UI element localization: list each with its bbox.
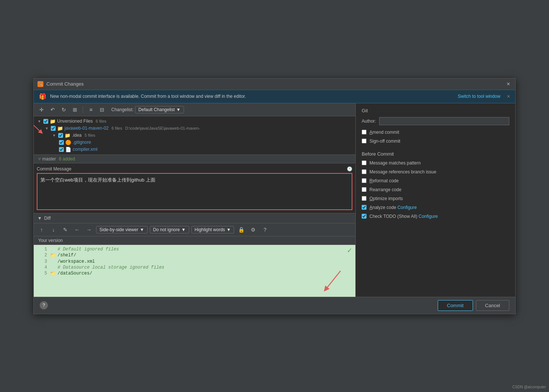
diff-right-button[interactable]: → <box>84 225 94 235</box>
toolbar-separator <box>83 106 83 113</box>
left-panel: ✛ ↶ ↻ ⊞ ≡ ⊟ Changelist: Default Changeli… <box>34 103 356 297</box>
diff-section: ▼ Diff ↑ ↓ ✎ ← → Side-by-side viewer ▼ D… <box>34 213 355 297</box>
undo-button[interactable]: ↶ <box>48 105 57 114</box>
compiler-xml-checkbox[interactable] <box>59 147 64 152</box>
switch-to-tool-window-link[interactable]: Switch to tool window <box>458 94 500 99</box>
diff-line-5: 5 📁 /dataSources/ <box>34 270 355 277</box>
filter-button[interactable]: ⊟ <box>97 105 107 114</box>
analyze-checkbox[interactable] <box>362 205 366 210</box>
todo-configure-link[interactable]: Configure <box>418 214 438 219</box>
watermark: CSDN @aicomputer <box>512 385 546 389</box>
refresh-button[interactable]: ↻ <box>59 105 69 114</box>
commit-message-input[interactable]: 第一个空白web项目，现在开始准备上传到github 上面 <box>37 173 352 210</box>
changelist-dropdown[interactable]: Default Changelist ▼ <box>135 106 184 113</box>
folder-icon: 📁 <box>65 133 70 138</box>
folder-icon: 📁 <box>50 271 56 276</box>
todo-checkbox[interactable] <box>362 214 366 219</box>
help-button[interactable]: ? <box>40 301 48 309</box>
javaweb-checkbox[interactable] <box>51 126 56 131</box>
diff-down-button[interactable]: ↓ <box>49 225 58 235</box>
file-icon: 📄 <box>65 147 71 152</box>
branch-issue-row: Message references branch issue <box>362 169 509 175</box>
app-icon: 🔧 <box>37 81 43 87</box>
tree-item-unversioned[interactable]: ▼ 📁 Unversioned Files 6 files <box>34 118 355 125</box>
analyze-label: Analyze code Configure <box>369 205 417 210</box>
diff-content: 1 # Default ignored files 2 📁 /shelf/ 3 … <box>34 245 355 297</box>
diff-version-label: Your version <box>34 236 355 245</box>
title-bar: 🔧 Commit Changes × <box>34 79 515 90</box>
lock-button[interactable]: 🔒 <box>236 225 246 235</box>
tree-item-meta: 5 files <box>85 133 95 137</box>
highlight-dropdown[interactable]: Highlight words ▼ <box>191 226 234 233</box>
tree-item-gitignore[interactable]: 🟠 .gitignore <box>34 139 355 146</box>
analyze-row: Analyze code Configure <box>362 204 509 211</box>
dialog-title: Commit Changes <box>46 81 502 87</box>
tree-item-label: compiler.xml <box>73 147 98 152</box>
diff-toolbar: ↑ ↓ ✎ ← → Side-by-side viewer ▼ Do not i… <box>34 223 355 236</box>
signoff-commit-checkbox[interactable] <box>362 139 366 143</box>
commit-button[interactable]: Commit <box>438 300 473 311</box>
diff-line-2: 2 📁 /shelf/ <box>34 252 355 259</box>
close-button[interactable]: × <box>505 81 512 87</box>
amend-commit-row: Amend commit <box>362 129 509 136</box>
diff-line-4: 4 # Datasource local storage ignored fil… <box>34 265 355 270</box>
gitignore-checkbox[interactable] <box>59 140 64 145</box>
dropdown-chevron-icon: ▼ <box>227 227 231 232</box>
tree-item-label: .idea <box>72 133 82 138</box>
rearrange-label: Rearrange code <box>369 187 401 192</box>
unversioned-checkbox[interactable] <box>43 119 48 124</box>
tree-item-meta: 6 files <box>112 126 122 130</box>
banner-close-button[interactable]: × <box>507 93 510 99</box>
reformat-checkbox[interactable] <box>362 178 366 183</box>
tree-item-javaweb[interactable]: ▼ 📁 javaweb-01-maven-02 6 files D:\code\… <box>34 125 355 132</box>
idea-checkbox[interactable] <box>58 133 63 138</box>
optimize-checkbox[interactable] <box>362 196 366 201</box>
diff-up-button[interactable]: ↑ <box>37 225 46 235</box>
tree-item-idea[interactable]: ▼ 📁 .idea 5 files <box>34 132 355 139</box>
author-label: Author: <box>362 119 376 124</box>
tree-item-label: javaweb-01-maven-02 <box>65 126 109 131</box>
signoff-commit-label: Sign-off commit <box>369 139 400 144</box>
amend-commit-checkbox[interactable] <box>362 130 366 134</box>
message-pattern-checkbox[interactable] <box>362 160 366 165</box>
diff-collapse-icon: ▼ <box>37 216 42 221</box>
dropdown-chevron-icon: ▼ <box>176 107 181 112</box>
tree-item-meta: 6 files <box>96 119 106 123</box>
branch-name: master <box>42 156 56 162</box>
side-by-side-dropdown[interactable]: Side-by-side viewer ▼ <box>96 226 148 233</box>
info-banner-text: New non-modal commit interface is availa… <box>50 94 454 99</box>
folder-icon: 📁 <box>50 253 56 258</box>
tree-item-compiler-xml[interactable]: 📄 compiler.xml <box>34 146 355 153</box>
move-up-button[interactable]: ✛ <box>37 105 46 114</box>
author-row: Author: <box>362 117 509 125</box>
diff-header[interactable]: ▼ Diff <box>34 213 355 223</box>
highlight-label: Highlight words <box>195 227 225 232</box>
rearrange-checkbox[interactable] <box>362 187 366 192</box>
tree-item-label: Unversioned Files <box>57 119 93 124</box>
cancel-button[interactable]: Cancel <box>476 300 509 311</box>
branch-issue-label: Message references branch issue <box>369 169 436 175</box>
sort-button[interactable]: ≡ <box>86 105 96 114</box>
branch-issue-checkbox[interactable] <box>362 169 366 174</box>
gear-button[interactable]: ⚙ <box>248 225 258 235</box>
todo-label: Check TODO (Show All) Configure <box>369 214 438 219</box>
diff-left-button[interactable]: ← <box>72 225 82 235</box>
commit-message-section: Commit Message 🕐 第一个空白web项目，现在开始准备上传到git… <box>34 163 355 213</box>
diff-edit-button[interactable]: ✎ <box>60 225 70 235</box>
author-input[interactable] <box>379 117 509 125</box>
folder-icon: 📁 <box>50 119 56 124</box>
ignore-dropdown[interactable]: Do not ignore ▼ <box>150 226 189 233</box>
optimize-row: Optimize imports <box>362 195 509 202</box>
clock-icon[interactable]: 🕐 <box>347 166 352 172</box>
rearrange-row: Rearrange code <box>362 186 509 193</box>
info-banner: 🎁 New non-modal commit interface is avai… <box>34 90 515 103</box>
diff-ok-icon: ✓ <box>347 246 352 255</box>
analyze-configure-link[interactable]: Configure <box>397 205 417 210</box>
status-bar: ⑂ master 6 added <box>34 155 355 163</box>
expand-button[interactable]: ⊞ <box>70 105 80 114</box>
commit-changes-dialog: 🔧 Commit Changes × 🎁 New non-modal commi… <box>33 78 516 314</box>
help-button[interactable]: ? <box>260 225 270 235</box>
optimize-label: Optimize imports <box>369 196 403 201</box>
message-pattern-label: Message matches pattern <box>369 160 421 166</box>
diff-line-1: 1 # Default ignored files <box>34 246 355 252</box>
